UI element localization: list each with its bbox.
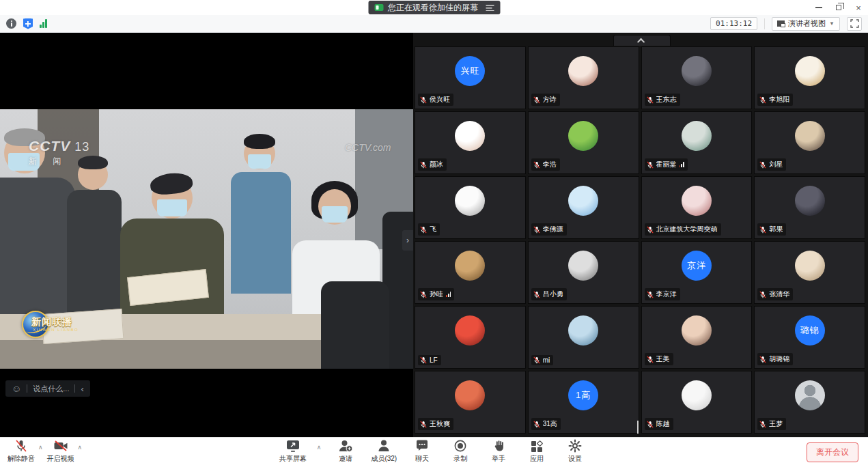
- panel-collapse-handle[interactable]: ›: [402, 230, 413, 251]
- video-options-caret[interactable]: ∧: [78, 444, 83, 451]
- participant-name-tag: mi: [531, 355, 554, 365]
- participant-tile[interactable]: 璐锦 胡璐锦: [754, 306, 865, 369]
- participant-tile[interactable]: 王美: [641, 306, 753, 369]
- participant-name: 31高: [543, 419, 557, 429]
- participant-name-tag: 陈越: [645, 418, 673, 430]
- mic-muted-icon: [533, 291, 540, 298]
- participant-tile[interactable]: 李旭阳: [754, 46, 865, 109]
- mic-muted-icon: [759, 96, 766, 104]
- participant-name: 王东志: [656, 95, 677, 104]
- mic-muted-icon: [14, 439, 28, 453]
- participant-tile[interactable]: 王东志: [641, 46, 753, 109]
- participant-tile[interactable]: 霍丽棠: [641, 111, 753, 174]
- participant-tile[interactable]: 王秋爽: [415, 371, 526, 434]
- participant-name-tag: LF: [418, 355, 441, 365]
- close-button[interactable]: ×: [854, 3, 863, 12]
- participant-name: 吕小勇: [543, 290, 563, 299]
- participant-name-tag: 郭果: [757, 223, 786, 236]
- leave-meeting-button[interactable]: 离开会议: [807, 442, 858, 462]
- participant-tile[interactable]: 吕小勇: [528, 241, 639, 304]
- participant-name-tag: 胡璐锦: [757, 353, 793, 365]
- participant-name: 孙哇: [430, 290, 443, 299]
- participant-tile[interactable]: 北京建筑大学周突萌: [641, 176, 753, 239]
- apps-button[interactable]: 应用: [522, 439, 551, 464]
- avatar: [682, 380, 712, 410]
- mic-muted-icon: [647, 226, 654, 234]
- view-mode-selector[interactable]: 演讲者视图 ▼: [772, 17, 840, 31]
- network-quality-icon[interactable]: [40, 19, 47, 28]
- mic-muted-icon: [647, 161, 654, 169]
- avatar: 1高: [568, 380, 598, 410]
- record-button[interactable]: 录制: [446, 439, 475, 464]
- mic-muted-icon: [533, 226, 540, 234]
- mic-muted-icon: [759, 421, 766, 428]
- participant-tile[interactable]: 颜冰: [415, 111, 526, 174]
- participant-name-tag: 王美: [645, 353, 673, 365]
- mic-options-caret[interactable]: ∧: [38, 444, 43, 451]
- participant-name-tag: 吕小勇: [531, 288, 567, 300]
- raise-hand-button[interactable]: 举手: [484, 439, 513, 464]
- chat-label: 聊天: [415, 454, 429, 464]
- meeting-toolbar: 01:13:12 演讲者视图 ▼: [0, 15, 868, 33]
- chat-input-placeholder[interactable]: 说点什么...: [33, 384, 69, 394]
- fullscreen-button[interactable]: [847, 17, 862, 31]
- participant-tile[interactable]: 李浩: [528, 111, 639, 174]
- apps-icon: [531, 439, 543, 453]
- participant-name: 霍丽棠: [656, 160, 677, 169]
- participant-name-tag: 方诗: [531, 94, 560, 106]
- unmute-button[interactable]: 解除静音: [7, 439, 36, 464]
- raise-hand-icon: [492, 439, 505, 453]
- participant-tile[interactable]: mi: [528, 306, 639, 369]
- security-shield-icon[interactable]: [23, 18, 33, 29]
- meeting-info-icon[interactable]: [6, 18, 16, 29]
- participant-grid: 兴旺 侯兴旺: [415, 46, 865, 434]
- mic-muted-icon: [647, 291, 654, 298]
- watching-screen-banner[interactable]: 您正在观看徐加佳的屏幕: [368, 1, 500, 14]
- grid-scroll-down-button[interactable]: [637, 421, 645, 429]
- network-signal-icon: [446, 292, 451, 297]
- chevron-down-icon: [637, 421, 639, 434]
- participant-name: 李旭阳: [769, 95, 789, 104]
- participant-tile[interactable]: 孙哇: [415, 241, 526, 304]
- avatar: [455, 186, 485, 216]
- share-screen-label: 共享屏幕: [279, 454, 307, 464]
- participant-tile[interactable]: 方诗: [528, 46, 639, 109]
- avatar: [795, 251, 825, 281]
- participant-tile[interactable]: 京洋 李京洋: [641, 241, 753, 304]
- participant-tile[interactable]: 1高 31高: [528, 371, 639, 434]
- chat-quick-input[interactable]: ☺ 说点什么... ‹: [5, 380, 90, 397]
- settings-button[interactable]: 设置: [561, 439, 589, 464]
- invite-button[interactable]: 邀请: [331, 439, 360, 464]
- members-button[interactable]: 成员(32): [369, 439, 398, 464]
- chat-button[interactable]: 聊天: [408, 439, 436, 464]
- share-options-caret[interactable]: ∧: [317, 444, 322, 451]
- participant-name-tag: 31高: [531, 418, 561, 430]
- annotation-menu-icon[interactable]: [486, 5, 494, 11]
- mic-muted-icon: [533, 161, 540, 169]
- participant-tile[interactable]: 陈越: [641, 371, 753, 434]
- participant-tile[interactable]: 飞: [415, 176, 526, 239]
- restore-button[interactable]: [835, 3, 843, 12]
- participant-tile[interactable]: LF: [415, 306, 526, 369]
- start-video-button[interactable]: 开启视频: [46, 439, 75, 464]
- participant-tile[interactable]: 兴旺 侯兴旺: [415, 46, 526, 109]
- participant-tile[interactable]: 刘星: [754, 111, 865, 174]
- participant-tile[interactable]: 李佛源: [528, 176, 639, 239]
- collapse-chat-icon[interactable]: ‹: [81, 384, 83, 394]
- emoji-icon[interactable]: ☺: [12, 384, 21, 393]
- participant-tile[interactable]: 郭果: [754, 176, 865, 239]
- participant-name: 王秋爽: [430, 419, 450, 429]
- share-screen-button[interactable]: 共享屏幕: [279, 439, 307, 464]
- avatar: [455, 251, 485, 281]
- avatar: [682, 121, 712, 151]
- mic-muted-icon: [759, 356, 766, 363]
- avatar: [682, 315, 712, 346]
- avatar: 璐锦: [795, 315, 825, 346]
- participant-tile[interactable]: 张清华: [754, 241, 865, 304]
- participant-name: 李京洋: [656, 290, 677, 299]
- participant-tile[interactable]: 王梦: [754, 371, 865, 434]
- xinwen-lianbo-logo: 新闻联播 XINWEN LIANBO: [22, 309, 81, 342]
- grid-scroll-up-button[interactable]: [613, 35, 671, 46]
- mic-muted-icon: [420, 226, 427, 234]
- minimize-button[interactable]: [815, 3, 823, 12]
